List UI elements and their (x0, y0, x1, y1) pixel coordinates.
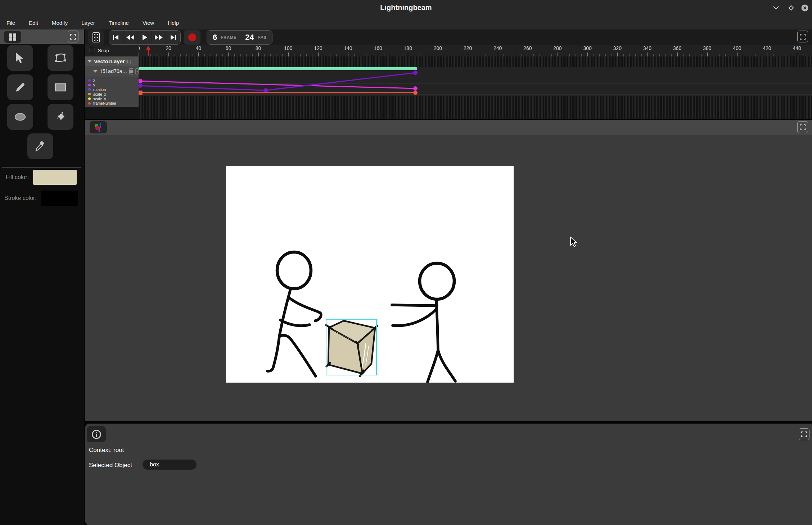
keyframe-y[interactable] (139, 79, 143, 83)
ruler-tick (486, 54, 486, 56)
tool-pencil[interactable] (7, 74, 33, 100)
snap-checkbox[interactable] (90, 48, 95, 53)
property-name: x (93, 78, 95, 82)
property-x[interactable]: x (85, 78, 139, 83)
vector-graphics-icon (94, 123, 103, 132)
stage[interactable] (226, 166, 514, 383)
app-window: Lightningbeam FileEditModifyLayerTimelin… (0, 0, 812, 525)
ruler-tick (510, 54, 510, 56)
keyframe-x[interactable] (139, 83, 143, 88)
sidebar-expand-button[interactable] (68, 31, 78, 42)
canvas-header (85, 120, 812, 135)
stick-figure-left[interactable] (267, 252, 321, 376)
ruler-tick (749, 54, 749, 56)
timeline-tracks: VectorLayer [L] 151ad70a… ~ xyrotationsc… (85, 56, 812, 119)
ruler-tick (420, 54, 420, 56)
property-scale_y[interactable]: scale_y (85, 96, 139, 101)
tool-paint-bucket[interactable] (48, 104, 73, 130)
timeline-tab-button[interactable] (88, 30, 104, 45)
tool-ellipse[interactable] (7, 104, 33, 130)
frame-unit-label: FRAME (221, 35, 236, 40)
property-rotation[interactable]: rotation (85, 87, 139, 92)
ruler-label: 220 (464, 45, 472, 51)
tool-rectangle[interactable] (48, 74, 73, 100)
go-to-start-icon (113, 35, 119, 40)
ruler-tick (342, 54, 342, 56)
keyframe-y[interactable] (413, 86, 418, 91)
stroke-color-swatch[interactable] (41, 191, 78, 206)
record-button[interactable] (184, 30, 200, 45)
layer-row-vectorlayer[interactable]: VectorLayer [L] (85, 56, 139, 66)
ruler-tick (581, 54, 582, 56)
property-y[interactable]: y (85, 83, 139, 87)
tool-transform[interactable] (48, 45, 73, 71)
ruler-tick (450, 54, 450, 56)
box-object[interactable] (326, 321, 377, 376)
sublayer-ease-button[interactable]: ~ (135, 68, 139, 74)
maximize-button[interactable] (786, 3, 796, 13)
keyframe-x[interactable] (263, 88, 268, 92)
ruler-label: 320 (613, 45, 622, 51)
ruler-tick (408, 52, 408, 56)
selected-object-field[interactable]: box (143, 460, 197, 470)
panel-grid-button[interactable] (4, 31, 21, 43)
ruler-label: 120 (314, 45, 322, 51)
property-name: frameNumber (93, 101, 116, 105)
canvas-workspace[interactable] (85, 135, 812, 421)
collapse-triangle-icon[interactable] (93, 70, 98, 73)
fill-color-swatch[interactable] (33, 170, 77, 185)
property-name: rotation (93, 87, 106, 92)
ruler-tick (222, 54, 223, 56)
go-to-end-button[interactable] (166, 31, 180, 44)
menu-item-file[interactable]: File (6, 20, 15, 26)
playhead[interactable] (146, 46, 151, 56)
menu-item-help[interactable]: Help (168, 20, 179, 26)
ruler-tick (540, 54, 540, 56)
ruler-tick (797, 52, 797, 56)
go-to-start-button[interactable] (109, 31, 123, 44)
menu-item-layer[interactable]: Layer (81, 20, 95, 26)
menu-item-edit[interactable]: Edit (29, 20, 38, 26)
ruler-label: 360 (673, 45, 681, 51)
sublayer-visibility-button[interactable] (129, 68, 133, 74)
fast-forward-button[interactable] (152, 31, 166, 44)
canvas-expand-button[interactable] (797, 121, 808, 133)
ruler-tick (456, 54, 456, 56)
tool-select[interactable] (7, 45, 33, 71)
keyframe-frameNumber[interactable] (413, 91, 418, 95)
tool-eyedropper[interactable] (27, 133, 53, 159)
ruler-tick (312, 54, 312, 56)
keyframe-frameNumber[interactable] (139, 91, 143, 95)
curve-track-area[interactable] (139, 56, 812, 119)
info-expand-button[interactable] (799, 428, 809, 440)
ruler-tick (264, 54, 265, 56)
ruler-tick (516, 54, 516, 56)
stick-figure-right[interactable] (392, 263, 455, 382)
rewind-button[interactable] (123, 31, 138, 44)
minimize-button[interactable] (771, 3, 781, 13)
info-tab-button[interactable] (87, 426, 106, 442)
tilde-icon: ~ (136, 69, 138, 73)
menu-item-view[interactable]: View (143, 20, 154, 26)
menu-item-timeline[interactable]: Timeline (109, 20, 129, 26)
ruler-tick (414, 54, 414, 56)
ruler-label: 140 (344, 45, 352, 51)
timeline-expand-button[interactable] (797, 31, 808, 42)
menu-item-modify[interactable]: Modify (52, 20, 68, 26)
keyframe-x[interactable] (413, 70, 418, 75)
playback-controls (109, 30, 181, 45)
play-button[interactable] (137, 31, 152, 44)
canvas-tab-button[interactable] (90, 121, 107, 133)
property-frameNumber[interactable]: frameNumber (85, 101, 139, 106)
property-scale_x[interactable]: scale_x (85, 92, 139, 96)
sublayer-row[interactable]: 151ad70a… ~ (85, 66, 139, 77)
record-icon (188, 33, 196, 41)
layer-span-bar[interactable] (139, 67, 417, 70)
ruler-tick (677, 52, 678, 56)
ruler-tick (324, 54, 324, 56)
close-button[interactable] (800, 3, 810, 13)
window-title: Lightningbeam (0, 4, 812, 12)
timeline-ruler[interactable]: 0204060801001201401601802002202402602803… (139, 45, 812, 56)
menubar: FileEditModifyLayerTimelineViewHelp (0, 16, 812, 29)
collapse-triangle-icon[interactable] (87, 60, 92, 63)
